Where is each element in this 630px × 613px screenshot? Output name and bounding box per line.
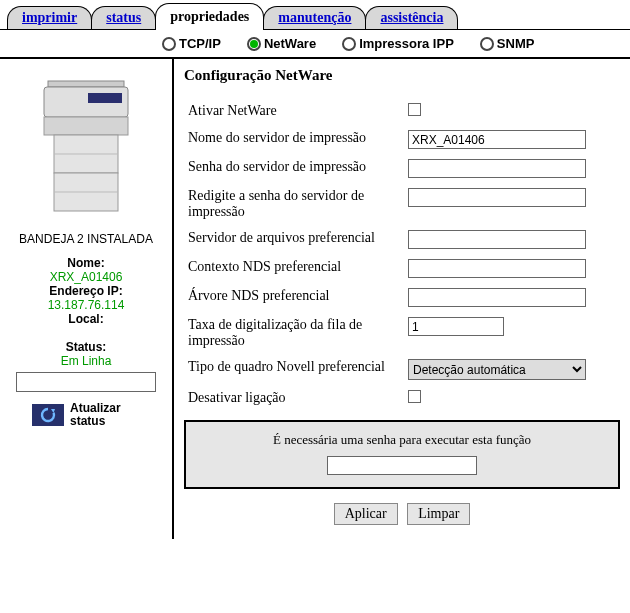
queue-scan-rate-label: Taxa de digitalização da fila de impress… [184, 312, 404, 354]
tab-properties[interactable]: propriedades [155, 3, 264, 30]
tab-assistance-label: assistência [380, 10, 443, 25]
server-name-label: Nome do servidor de impressão [184, 125, 404, 154]
netware-form: Ativar NetWare Nome do servidor de impre… [184, 98, 620, 412]
pref-file-server-label: Servidor de arquivos preferencial [184, 225, 404, 254]
location-label: Local: [4, 312, 168, 326]
enable-checkbox[interactable] [408, 103, 421, 116]
content-pane: Configuração NetWare Ativar NetWare Nome… [172, 59, 630, 539]
password-confirm-label: Redigite a senha do servidor de impressã… [184, 183, 404, 225]
clear-button[interactable]: Limpar [407, 503, 470, 525]
status-input[interactable] [16, 372, 156, 392]
apply-button[interactable]: Aplicar [334, 503, 398, 525]
pref-nds-context-input[interactable] [408, 259, 586, 278]
subtab-ipp-label: Impressora IPP [359, 36, 454, 51]
refresh-icon [39, 407, 57, 423]
password-confirm-input[interactable] [408, 188, 586, 207]
tab-properties-label: propriedades [170, 9, 249, 24]
subtab-snmp-label: SNMP [497, 36, 535, 51]
subtab-snmp[interactable]: SNMP [480, 36, 535, 51]
sidebar: BANDEJA 2 INSTALADA Nome: XRX_A01406 End… [0, 59, 172, 539]
refresh-button[interactable] [32, 404, 64, 426]
refresh-label: Atualizar status [70, 402, 140, 428]
pref-nds-tree-input[interactable] [408, 288, 586, 307]
radio-icon [342, 37, 356, 51]
password-required-box: É necessária uma senha para executar est… [184, 420, 620, 489]
disable-bind-label: Desativar ligação [184, 385, 404, 412]
queue-scan-rate-input[interactable] [408, 317, 504, 336]
tab-status[interactable]: status [91, 6, 156, 30]
status-label: Status: [4, 340, 168, 354]
frame-type-label: Tipo de quadro Novell preferencial [184, 354, 404, 385]
top-tabs: imprimir status propriedades manutenção … [0, 0, 630, 30]
frame-type-select[interactable]: Detecção automática [408, 359, 586, 380]
disable-bind-checkbox[interactable] [408, 390, 421, 403]
radio-icon [247, 37, 261, 51]
tab-print-label: imprimir [22, 10, 77, 25]
subtab-tcpip-label: TCP/IP [179, 36, 221, 51]
radio-icon [480, 37, 494, 51]
tab-print[interactable]: imprimir [7, 6, 92, 30]
name-label: Nome: [4, 256, 168, 270]
page-title: Configuração NetWare [184, 67, 620, 84]
subtab-tcpip[interactable]: TCP/IP [162, 36, 221, 51]
tab-maintenance[interactable]: manutenção [263, 6, 366, 30]
svg-rect-2 [88, 93, 122, 103]
tab-assistance[interactable]: assistência [365, 6, 458, 30]
pref-nds-tree-label: Árvore NDS preferencial [184, 283, 404, 312]
subtab-netware[interactable]: NetWare [247, 36, 316, 51]
svg-rect-3 [44, 117, 128, 135]
name-value: XRX_A01406 [4, 270, 168, 284]
pref-file-server-input[interactable] [408, 230, 586, 249]
password-input[interactable] [408, 159, 586, 178]
password-required-text: É necessária uma senha para executar est… [186, 432, 618, 448]
password-label: Senha do servidor de impressão [184, 154, 404, 183]
pref-nds-context-label: Contexto NDS preferencial [184, 254, 404, 283]
status-value: Em Linha [4, 354, 168, 368]
subtab-ipp[interactable]: Impressora IPP [342, 36, 454, 51]
auth-password-input[interactable] [327, 456, 477, 475]
ip-value: 13.187.76.114 [4, 298, 168, 312]
subtabs: TCP/IP NetWare Impressora IPP SNMP [0, 30, 630, 59]
tab-status-label: status [106, 10, 141, 25]
printer-icon [26, 71, 146, 221]
subtab-netware-label: NetWare [264, 36, 316, 51]
tab-maintenance-label: manutenção [278, 10, 351, 25]
ip-label: Endereço IP: [4, 284, 168, 298]
radio-icon [162, 37, 176, 51]
tray-status: BANDEJA 2 INSTALADA [4, 232, 168, 246]
server-name-input[interactable] [408, 130, 586, 149]
svg-rect-0 [48, 81, 124, 87]
enable-label: Ativar NetWare [184, 98, 404, 125]
